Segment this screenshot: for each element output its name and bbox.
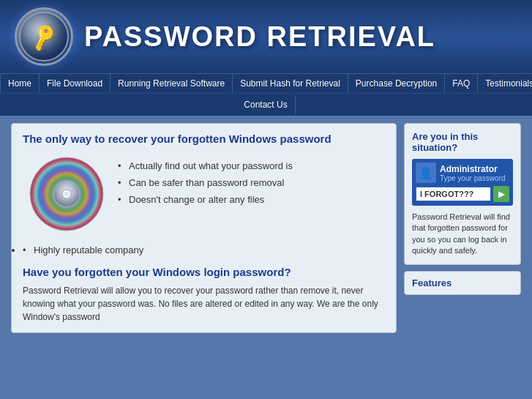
bullet-2: Can be safer than password removal bbox=[118, 174, 385, 191]
site-title: PASSWORD RETRIEVAL bbox=[84, 21, 435, 53]
bullet-1: Actually find out what your password is bbox=[118, 157, 385, 174]
sidebar: Are you in this situation? 👤 Administrat… bbox=[404, 123, 521, 333]
features-box-title: Features bbox=[412, 277, 513, 288]
login-user-row: 👤 Administrator Type your password bbox=[416, 163, 509, 183]
nav-running[interactable]: Running Retrieval Software bbox=[110, 74, 233, 93]
login-prompt: Type your password bbox=[440, 174, 506, 182]
situation-title: Are you in this situation? bbox=[412, 131, 513, 153]
content-panel: The only way to recover your forgotten W… bbox=[11, 123, 397, 333]
extra-bullet-list: Highly reputable company bbox=[23, 242, 385, 258]
features-box: Features bbox=[404, 271, 521, 295]
login-go-button[interactable]: ▶ bbox=[493, 186, 509, 202]
login-password-display: I FORGOT??? bbox=[416, 187, 491, 201]
login-user-info: Administrator Type your password bbox=[440, 164, 506, 182]
nav-testimonials[interactable]: Testimonials bbox=[478, 74, 532, 93]
nav-faq[interactable]: FAQ bbox=[445, 74, 478, 93]
h2-title: Have you forgotten your Windows login pa… bbox=[23, 266, 385, 278]
nav-center-bar: Contact Us bbox=[0, 93, 532, 116]
panel-title: The only way to recover your forgotten W… bbox=[23, 133, 385, 145]
features-section: Actually find out what your password is … bbox=[23, 154, 385, 234]
login-mock: 👤 Administrator Type your password I FOR… bbox=[412, 159, 513, 206]
login-input-row: I FORGOT??? ▶ bbox=[416, 186, 509, 202]
situation-description: Password Retrieval will find that forgot… bbox=[412, 212, 513, 257]
nav-home[interactable]: Home bbox=[0, 74, 40, 93]
cd-image bbox=[23, 154, 110, 234]
nav-top-bar: Home File Download Running Retrieval Sof… bbox=[0, 74, 532, 93]
nav-purchase[interactable]: Purchase Decryption bbox=[348, 74, 445, 93]
body-text: Password Retrieval will allow you to rec… bbox=[23, 284, 385, 324]
bullet-3: Doesn't change or alter any files bbox=[118, 191, 385, 208]
navigation: Home File Download Running Retrieval Sof… bbox=[0, 73, 532, 116]
login-username: Administrator bbox=[440, 164, 506, 174]
nav-file-download[interactable]: File Download bbox=[40, 74, 110, 93]
header: 🔑 PASSWORD RETRIEVAL bbox=[0, 0, 532, 73]
logo: 🔑 bbox=[15, 7, 73, 66]
extra-bullet-item: Highly reputable company bbox=[23, 242, 385, 258]
svg-point-5 bbox=[64, 192, 69, 196]
nav-contact[interactable]: Contact Us bbox=[236, 95, 295, 114]
user-avatar: 👤 bbox=[416, 163, 436, 183]
situation-box: Are you in this situation? 👤 Administrat… bbox=[404, 123, 521, 265]
main-content: The only way to recover your forgotten W… bbox=[0, 116, 532, 340]
nav-submit[interactable]: Submit Hash for Retrieval bbox=[233, 74, 348, 93]
bullet-points: Actually find out what your password is … bbox=[118, 154, 385, 234]
